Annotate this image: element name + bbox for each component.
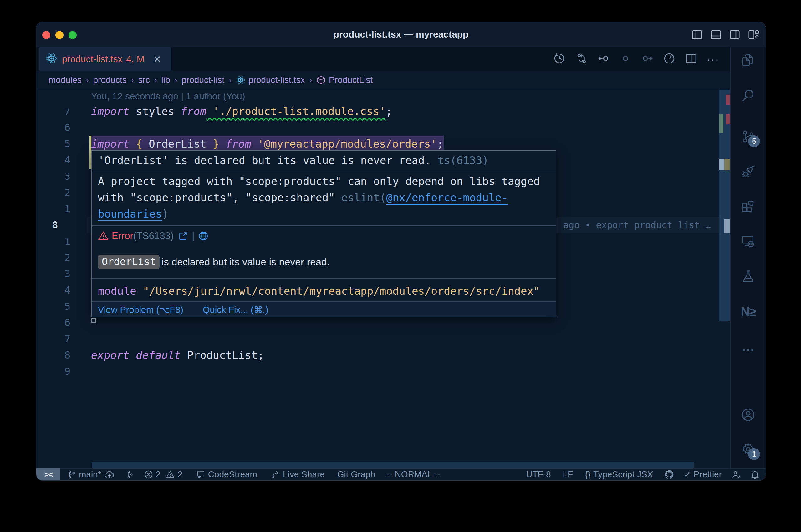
breadcrumb-item[interactable]: modules — [49, 75, 82, 85]
gitlens-status[interactable] — [125, 470, 134, 479]
divider — [92, 278, 556, 279]
chevron-right-icon: › — [175, 75, 177, 85]
change-circle-icon[interactable] — [619, 52, 632, 66]
encoding-status[interactable]: UTF-8 — [526, 470, 551, 479]
divider — [92, 171, 556, 171]
testing-flask-icon[interactable] — [741, 269, 755, 284]
hover-eslint-message: boundaries) — [98, 206, 168, 222]
blame-annotation: You, 12 seconds ago | 1 author (You) — [91, 89, 245, 103]
breadcrumb-item[interactable]: src — [138, 75, 150, 85]
next-change-icon[interactable] — [641, 52, 654, 66]
line-number: 1 — [36, 233, 70, 249]
previous-change-icon[interactable] — [597, 52, 610, 66]
code-line-import-styles: import styles from './product-list.modul… — [91, 103, 392, 119]
line-number: 9 — [36, 363, 70, 379]
chevron-right-icon: › — [86, 75, 89, 85]
react-icon — [45, 52, 58, 66]
remote-indicator[interactable]: >< — [36, 468, 60, 480]
panel-left-icon[interactable] — [691, 29, 703, 41]
git-compare-icon[interactable] — [576, 52, 588, 66]
run-debug-icon[interactable] — [741, 165, 755, 179]
hover-message: 'OrderList' is declared but its value is… — [92, 151, 556, 171]
eol-status[interactable]: LF — [563, 470, 573, 479]
split-editor-icon[interactable] — [685, 52, 697, 66]
vscode-window: product-list.tsx — myreactapp product-li… — [36, 22, 766, 480]
titlebar: product-list.tsx — myreactapp — [36, 22, 766, 47]
breadcrumb-symbol[interactable]: ProductList — [329, 75, 372, 85]
settings-badge: 1 — [748, 448, 760, 460]
breadcrumb-item[interactable]: lib — [161, 75, 170, 85]
line-number: 6 — [36, 315, 70, 331]
editor[interactable]: You, 12 seconds ago | 1 author (You) 7 6… — [36, 89, 730, 468]
eslint-rule-link[interactable]: @nx/enforce-module- — [386, 191, 508, 204]
line-number: 3 — [36, 168, 70, 185]
prettier-status[interactable]: ✓Prettier — [684, 470, 722, 480]
more-actions-icon[interactable]: ··· — [707, 53, 719, 65]
file-blame-icon[interactable] — [663, 52, 675, 66]
globe-icon[interactable] — [198, 231, 209, 241]
line-number: 5 — [36, 136, 70, 152]
hover-resize-grip[interactable] — [91, 318, 96, 323]
problems-status[interactable]: 2 2 — [144, 470, 182, 479]
layout-grid-icon[interactable] — [747, 29, 759, 41]
remote-explorer-icon[interactable] — [741, 234, 755, 248]
breadcrumb-item[interactable]: product-list — [181, 75, 224, 85]
codestream-icon — [196, 470, 205, 479]
line-number: 8 — [36, 347, 70, 363]
breadcrumb-file[interactable]: product-list.tsx — [249, 75, 305, 85]
tab-bar: product-list.tsx 4, M ✕ ··· — [36, 47, 730, 71]
codestream-status[interactable]: CodeStream — [196, 470, 257, 479]
overview-error-mark — [726, 95, 730, 105]
vim-mode-status: -- NORMAL -- — [386, 470, 440, 479]
overview-cursor-mark — [724, 219, 730, 233]
chevron-right-icon: › — [309, 75, 312, 85]
hover-error-detail: OrderList is declared but its value is n… — [98, 253, 330, 271]
branch-status[interactable]: main* — [67, 469, 114, 480]
live-share-status[interactable]: Live Share — [271, 470, 325, 479]
commit-graph-icon — [125, 470, 134, 479]
source-control-badge: 5 — [748, 135, 760, 147]
hover-eslint-message: with "scope:products", "scope:shared" es… — [98, 189, 508, 206]
chevron-right-icon: › — [131, 75, 134, 85]
line-number: 6 — [36, 119, 70, 136]
tab-label: product-list.tsx — [62, 54, 122, 64]
line-number: 4 — [36, 282, 70, 298]
warning-triangle-icon — [98, 231, 109, 241]
horizontal-scrollbar[interactable] — [92, 462, 694, 468]
language-status[interactable]: {}TypeScript JSX — [585, 470, 653, 479]
overview-modified-mark — [719, 159, 724, 170]
line-number: 5 — [36, 298, 70, 315]
feedback-icon[interactable] — [731, 470, 741, 479]
timeline-icon[interactable] — [553, 52, 566, 66]
breadcrumb-item[interactable]: products — [93, 75, 127, 85]
explorer-icon[interactable] — [741, 53, 755, 67]
quick-fix-link[interactable]: Quick Fix... (⌘.) — [203, 305, 268, 315]
notifications-bell-icon[interactable] — [750, 470, 760, 479]
error-circle-icon — [144, 470, 153, 479]
account-icon[interactable] — [741, 407, 755, 422]
error-code: (TS6133) — [133, 230, 174, 242]
github-status[interactable] — [664, 470, 674, 479]
tab-close-icon[interactable]: ✕ — [153, 54, 161, 65]
cloud-upload-icon — [104, 469, 114, 480]
overview-added-mark — [719, 114, 723, 133]
status-bar: >< main* 2 2 CodeStream Live Share — [36, 468, 766, 480]
line-number: 4 — [36, 152, 70, 168]
extensions-icon[interactable] — [741, 199, 755, 213]
react-icon — [236, 75, 245, 85]
hover-eslint-message: A project tagged with "scope:products" c… — [98, 173, 540, 189]
tab-product-list[interactable]: product-list.tsx 4, M ✕ — [39, 47, 171, 71]
panel-bottom-icon[interactable] — [710, 29, 722, 41]
search-icon[interactable] — [741, 89, 755, 103]
eslint-rule-link[interactable]: boundaries — [98, 208, 162, 220]
open-external-icon[interactable] — [178, 231, 188, 241]
view-problem-link[interactable]: View Problem (⌥F8) — [98, 305, 183, 315]
inline-blame-annotation: ago • export product list … — [563, 217, 711, 233]
panel-right-icon[interactable] — [729, 29, 741, 41]
line-number: 7 — [36, 103, 70, 119]
code-line-import-orderlist: import { OrderList } from '@myreactapp/m… — [91, 136, 443, 152]
git-graph-status[interactable]: Git Graph — [337, 470, 375, 479]
more-views-icon[interactable] — [741, 343, 755, 357]
nx-console-icon[interactable]: N≥ — [741, 304, 756, 319]
titlebar-layout-icons — [691, 29, 759, 41]
